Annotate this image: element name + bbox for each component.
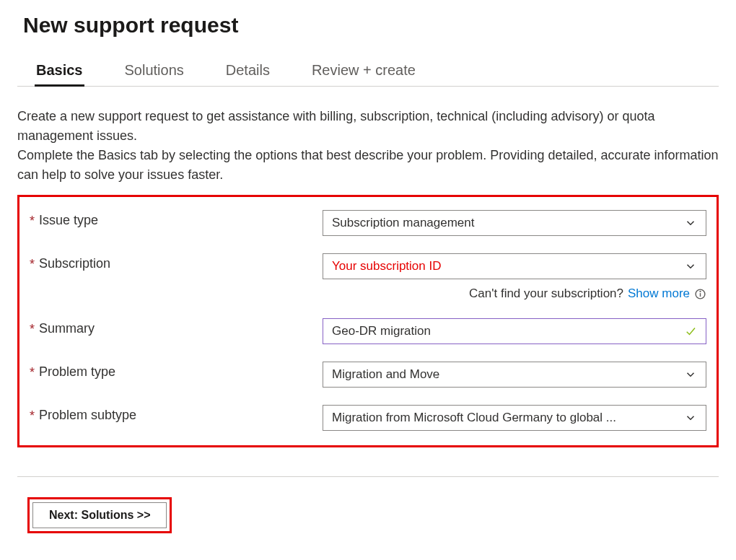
select-problem-type[interactable]: Migration and Move	[323, 362, 706, 388]
subscription-helper-text: Can't find your subscription?	[469, 286, 623, 301]
svg-point-2	[700, 291, 701, 292]
next-button-highlight: Next: Solutions >>	[27, 497, 172, 533]
required-star: *	[30, 409, 35, 422]
show-more-link[interactable]: Show more	[628, 286, 690, 301]
chevron-down-icon	[684, 368, 697, 381]
description-line-1: Create a new support request to get assi…	[17, 109, 654, 143]
chevron-down-icon	[684, 260, 697, 273]
tab-review-create[interactable]: Review + create	[310, 58, 417, 86]
description-text: Create a new support request to get assi…	[17, 107, 719, 185]
subscription-helper: Can't find your subscription? Show more	[323, 286, 706, 301]
label-subscription: Subscription	[39, 256, 110, 271]
tab-details[interactable]: Details	[224, 58, 271, 86]
select-problem-subtype-value: Migration from Microsoft Cloud Germany t…	[332, 411, 616, 425]
tab-basics[interactable]: Basics	[35, 58, 84, 86]
select-issue-type-value: Subscription management	[332, 216, 475, 230]
label-problem-subtype: Problem subtype	[39, 408, 136, 423]
select-problem-type-value: Migration and Move	[332, 367, 439, 382]
row-subscription: * Subscription Your subscription ID Can'…	[30, 253, 706, 301]
form-highlight-box: * Issue type Subscription management * S…	[17, 195, 719, 447]
tabs: Basics Solutions Details Review + create	[17, 58, 719, 87]
row-issue-type: * Issue type Subscription management	[30, 210, 706, 236]
row-problem-type: * Problem type Migration and Move	[30, 362, 706, 388]
input-summary-value: Geo-DR migration	[332, 324, 431, 338]
label-problem-type: Problem type	[39, 364, 115, 380]
input-summary[interactable]: Geo-DR migration	[323, 318, 706, 344]
row-problem-subtype: * Problem subtype Migration from Microso…	[30, 405, 706, 431]
info-icon	[694, 288, 706, 300]
required-star: *	[30, 366, 35, 379]
next-solutions-button[interactable]: Next: Solutions >>	[32, 502, 167, 528]
footer-divider	[17, 476, 719, 477]
label-summary: Summary	[39, 321, 95, 336]
required-star: *	[30, 258, 35, 271]
page-title: New support request	[23, 13, 719, 38]
tab-solutions[interactable]: Solutions	[123, 58, 185, 86]
description-line-2: Complete the Basics tab by selecting the…	[17, 148, 719, 182]
chevron-down-icon	[684, 411, 697, 424]
required-star: *	[30, 214, 35, 227]
label-issue-type: Issue type	[39, 213, 98, 228]
select-problem-subtype[interactable]: Migration from Microsoft Cloud Germany t…	[323, 405, 706, 431]
select-subscription-value: Your subscription ID	[332, 259, 442, 274]
required-star: *	[30, 323, 35, 336]
checkmark-icon	[684, 325, 697, 338]
row-summary: * Summary Geo-DR migration	[30, 318, 706, 344]
select-subscription[interactable]: Your subscription ID	[323, 253, 706, 279]
chevron-down-icon	[684, 216, 697, 229]
select-issue-type[interactable]: Subscription management	[323, 210, 706, 236]
